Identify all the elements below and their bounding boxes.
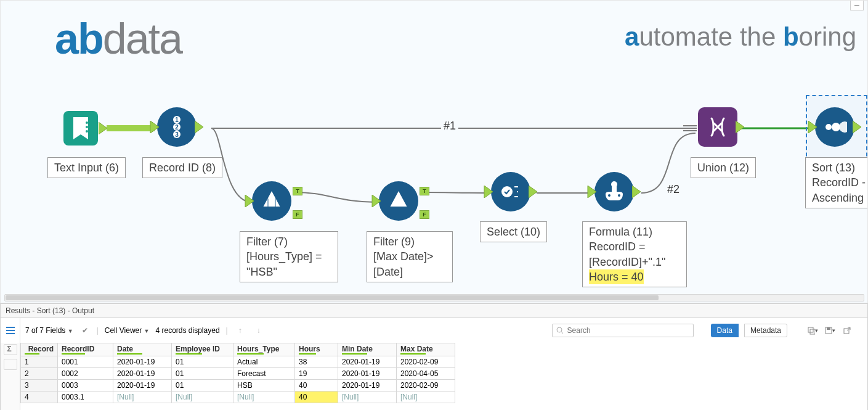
filter-true-anchor: T xyxy=(420,187,429,195)
filter-false-anchor: F xyxy=(293,210,302,219)
brand-tagline: automate the boring xyxy=(625,22,856,52)
svg-text:1: 1 xyxy=(175,117,179,123)
layout-icon[interactable] xyxy=(4,359,17,370)
next-record-button[interactable]: ↓ xyxy=(253,324,265,337)
tool-label-union: Union (12) xyxy=(691,157,756,178)
column-header[interactable]: Date xyxy=(113,343,172,356)
copy-icon[interactable]: ▾ xyxy=(807,325,818,336)
column-header[interactable]: Hours_Type xyxy=(233,343,295,356)
brand-logo: abdata xyxy=(55,14,182,64)
collapse-button[interactable]: – xyxy=(850,1,864,10)
filter-true-anchor: T xyxy=(293,187,302,195)
table-mode-gutter: Σ xyxy=(1,343,20,410)
check-icon[interactable]: ✔ xyxy=(79,325,91,336)
workflow-tool-filter-7[interactable] xyxy=(252,181,291,221)
popout-icon[interactable] xyxy=(842,325,853,336)
workflow-tool-sort[interactable] xyxy=(815,107,854,147)
workflow-tool-record-id[interactable]: 123 xyxy=(157,107,197,147)
sigma-icon[interactable]: Σ xyxy=(4,344,17,355)
svg-rect-20 xyxy=(810,329,815,334)
tool-label-sort: Sort (13)RecordID -Ascending xyxy=(805,157,868,208)
list-view-icon[interactable] xyxy=(5,326,16,335)
svg-point-17 xyxy=(839,121,847,133)
svg-text:2: 2 xyxy=(175,124,179,131)
connection-label-1: #1 xyxy=(441,120,458,133)
results-panel-header: Results - Sort (13) - Output xyxy=(0,303,868,318)
data-view-button[interactable]: Data xyxy=(711,324,739,337)
svg-point-13 xyxy=(608,194,610,197)
tool-label-select: Select (10) xyxy=(480,221,547,242)
cell-viewer-dropdown[interactable]: Cell Viewer ▼ xyxy=(105,326,150,335)
column-header[interactable]: Record xyxy=(21,343,58,356)
tool-label-filter-7: Filter (7)[Hours_Type] ="HSB" xyxy=(240,231,338,282)
workflow-tool-formula[interactable] xyxy=(594,172,634,211)
results-search-input[interactable] xyxy=(552,324,694,337)
column-header[interactable]: Employee ID xyxy=(172,343,233,356)
table-row[interactable]: 100012020-01-1901Actual382020-01-192020-… xyxy=(21,356,455,368)
table-row[interactable]: 40003.1[Null][Null][Null]40[Null][Null] xyxy=(21,392,455,403)
workflow-tool-text-input[interactable] xyxy=(61,109,100,150)
tool-label-text-input: Text Input (6) xyxy=(47,157,126,178)
search-icon xyxy=(556,327,564,334)
connection-label-2: #2 xyxy=(665,183,682,196)
records-count-label: 4 records displayed xyxy=(156,326,220,335)
svg-point-1 xyxy=(86,121,88,124)
column-header[interactable]: Min Date xyxy=(338,343,397,356)
workflow-tool-filter-9[interactable] xyxy=(379,181,418,221)
tool-label-record-id: Record ID (8) xyxy=(142,157,222,178)
tool-label-filter-9: Filter (9)[Max Date]>[Date] xyxy=(367,231,453,282)
svg-rect-19 xyxy=(808,327,813,332)
prev-record-button[interactable]: ↑ xyxy=(234,324,246,337)
filter-false-anchor: F xyxy=(420,210,429,219)
table-row[interactable]: 200022020-01-1901Forecast192020-01-19202… xyxy=(21,368,455,380)
workflow-tool-select[interactable] xyxy=(491,172,530,211)
metadata-view-button[interactable]: Metadata xyxy=(744,324,787,337)
workflow-tool-union[interactable] xyxy=(698,107,737,147)
svg-point-2 xyxy=(86,126,88,128)
tool-label-formula: Formula (11)RecordID =[RecordID]+".1"Hou… xyxy=(582,221,687,287)
column-header[interactable]: Hours xyxy=(295,343,338,356)
save-icon[interactable]: ▾ xyxy=(824,325,835,336)
svg-point-18 xyxy=(557,327,562,332)
svg-point-16 xyxy=(832,123,840,131)
results-toolbar: 7 of 7 Fields ▼ ✔ | Cell Viewer ▼ 4 reco… xyxy=(0,318,868,343)
svg-point-14 xyxy=(618,194,620,197)
svg-point-15 xyxy=(825,124,832,130)
table-row[interactable]: 300032020-01-1901HSB402020-01-192020-02-… xyxy=(21,380,455,392)
horizontal-scrollbar[interactable] xyxy=(4,294,864,301)
workflow-canvas[interactable]: – abdata automate the boring #1 xyxy=(0,0,868,303)
fields-dropdown[interactable]: 7 of 7 Fields ▼ xyxy=(25,326,73,335)
column-header[interactable]: Max Date xyxy=(397,343,455,356)
svg-rect-22 xyxy=(827,327,830,330)
results-table[interactable]: RecordRecordIDDateEmployee IDHours_TypeH… xyxy=(20,343,455,403)
svg-point-3 xyxy=(86,130,88,133)
column-header[interactable]: RecordID xyxy=(58,343,113,356)
svg-point-12 xyxy=(611,181,617,187)
svg-point-10 xyxy=(501,186,513,197)
svg-text:3: 3 xyxy=(175,131,179,138)
